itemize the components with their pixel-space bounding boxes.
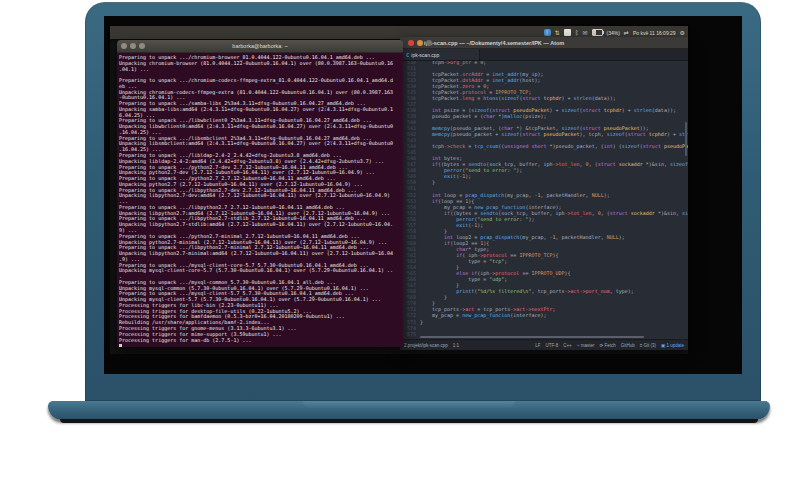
laptop-base	[48, 401, 770, 420]
terminal-title: barborka@barborka: ~	[117, 43, 403, 49]
code-text: tcpPacket.leng = htons(sizeof(struct tcp…	[420, 95, 616, 101]
laptop-screen: ᛒ⇅ᛒ✉(34%)⇄Po kvě 11 16:09:29⚙ barborka@b…	[104, 16, 742, 374]
laptop-lid: ᛒ⇅ᛒ✉(34%)⇄Po kvě 11 16:09:29⚙ barborka@b…	[85, 2, 761, 401]
code-text: }	[420, 319, 423, 325]
bluetooth-manager-icon[interactable]: ᛒ	[544, 29, 551, 36]
atom-titlebar[interactable]: ipk-scan.cpp — ~/Dokumenty/4.semester/IP…	[400, 37, 688, 49]
code-text: printf("%d/%s filtered\n", tcp_ports->ac…	[420, 288, 634, 294]
code-text: pseudo_packet = (char *)malloc(psize);	[420, 113, 546, 119]
status-bar: 2.projekt/ipk-scan.cpp 1:1 LFUTF-8C++⑂ m…	[400, 339, 688, 350]
close-button[interactable]	[408, 40, 414, 46]
terminal-window: barborka@barborka: ~ Preparing to unpack…	[117, 40, 403, 347]
status-bar-right: LFUTF-8C++⑂ master⟳ FetchGitHub± Git (3)…	[535, 343, 684, 348]
code-editor[interactable]: 530 tcph->urg_ptr = 0;531532 tcpPacket.s…	[400, 61, 688, 339]
atom-window-title: ipk-scan.cpp — ~/Dokumenty/4.semester/IP…	[424, 40, 564, 46]
code-text: }	[420, 179, 435, 185]
desktop: ᛒ⇅ᛒ✉(34%)⇄Po kvě 11 16:09:29⚙ barborka@b…	[110, 26, 688, 354]
line-ending-indicator[interactable]: LF	[535, 343, 540, 348]
terminal-line: Unpacking libpython2.7-stdlib:amd64 (2.7…	[119, 222, 403, 228]
code-text: my_pcap = new_pcap_funcion(interface);	[420, 312, 546, 318]
maximize-button[interactable]	[426, 40, 432, 46]
horizontal-scrollbar[interactable]	[420, 336, 644, 338]
code-text: tcph->check = tcp_csum((unsigned short *…	[420, 143, 688, 149]
code-text: memcpy(pseudo_packet + sizeof(struct pse…	[420, 131, 688, 137]
terminal-line: Unpacking libwbclient0:amd64 (2:4.3.11+d…	[119, 124, 403, 130]
battery-percent-label[interactable]: (34%)	[607, 30, 620, 36]
vertical-scrollbar[interactable]	[685, 122, 687, 156]
bluetooth-icon[interactable]: ᛒ	[575, 30, 579, 36]
github-button[interactable]: GitHub	[621, 343, 635, 348]
grammar-indicator[interactable]: C++	[563, 343, 572, 348]
cursor-position-indicator[interactable]: 1:1	[453, 343, 459, 348]
clock-label[interactable]: Po kvě 11 16:09:29	[633, 30, 676, 36]
laptop-base-shadow	[60, 419, 758, 423]
encoding-indicator[interactable]: UTF-8	[545, 343, 558, 348]
terminal-line: Unpacking samba-libs:amd64 (2:4.3.11+dfs…	[119, 107, 403, 113]
terminal-line: Unpacking mysql-client-core-5.7 (5.7.30-…	[119, 268, 403, 274]
terminal-cursor	[119, 344, 122, 347]
minimize-button[interactable]	[417, 40, 423, 46]
terminal-titlebar[interactable]: barborka@barborka: ~	[117, 40, 403, 53]
battery-icon[interactable]	[592, 29, 603, 36]
keyboard-layout-indicator[interactable]	[564, 29, 571, 36]
tab-label: ipk-scan.cpp	[411, 52, 439, 58]
git-branch-indicator[interactable]: ⑂ master	[577, 343, 595, 348]
tab-bar: C ipk-scan.cpp	[400, 49, 688, 61]
terminal-output[interactable]: Preparing to unpack .../chromium-browser…	[117, 53, 403, 347]
gear-icon[interactable]: ⚙	[680, 30, 685, 36]
terminal-line: Unpacking chromium-browser (81.0.4044.12…	[119, 61, 403, 67]
c-language-icon: C	[406, 52, 409, 58]
fetch-button[interactable]: ⟳ Fetch	[599, 343, 615, 348]
network-icon[interactable]: ⇅	[555, 30, 560, 36]
terminal-line: Unpacking libsmbclient:amd64 (2:4.3.11+d…	[119, 141, 403, 147]
tab-ipk-scan-cpp[interactable]: C ipk-scan.cpp	[400, 49, 480, 60]
atom-window: ipk-scan.cpp — ~/Dokumenty/4.semester/IP…	[400, 37, 688, 350]
git-changes-indicator[interactable]: ± Git (3)	[640, 343, 656, 348]
code-line: 544 tcph->check = tcp_csum((unsigned sho…	[400, 143, 688, 149]
terminal-line: Preparing to unpack .../chromium-codecs-…	[119, 78, 403, 84]
update-available-button[interactable]: ▣ 1 update	[661, 343, 684, 348]
laptop-base-notch	[303, 401, 515, 408]
session-arrows-icon[interactable]: ⇄	[624, 30, 629, 36]
terminal-line: Unpacking libpython2.7-dev:amd64 (2.7.12…	[119, 193, 403, 199]
file-path-indicator[interactable]: 2.projekt/ipk-scan.cpp	[404, 343, 448, 348]
terminal-line: Unpacking libpython2.7-minimal:amd64 (2.…	[119, 251, 403, 257]
code-line: 542 memcpy(pseudo_packet + sizeof(struct…	[400, 131, 688, 137]
line-number: 575	[400, 331, 420, 337]
mail-icon[interactable]: ✉	[582, 30, 587, 36]
code-text: tcph->urg_ptr = 0;	[420, 61, 486, 65]
terminal-prompt-line	[119, 343, 403, 347]
